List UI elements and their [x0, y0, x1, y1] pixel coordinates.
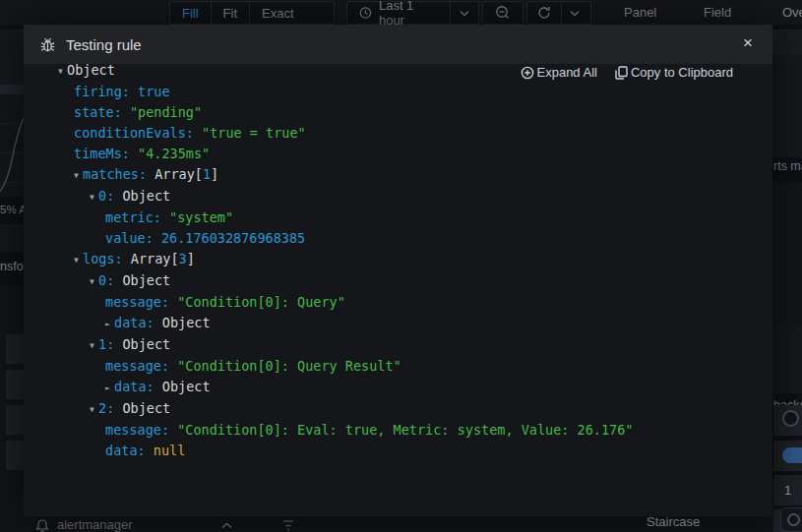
json-tree: ▼Objectfiring: truestate: "pending"condi… — [24, 60, 772, 461]
json-value: Object — [122, 336, 170, 352]
exact-mode-button[interactable]: Exact — [250, 2, 306, 24]
json-tree-row[interactable]: ►data: Object — [24, 377, 772, 398]
right-panel-fragment — [772, 325, 802, 393]
background-search-control[interactable] — [780, 507, 802, 532]
json-key: data: — [105, 443, 154, 458]
json-value: "Condition[0]: Eval: true, Metric: syste… — [177, 422, 633, 438]
json-value: "true = true" — [202, 125, 306, 141]
json-tree-row: state: "pending" — [24, 102, 772, 123]
refresh-group — [526, 1, 591, 25]
json-tree-row[interactable]: ▼0: Object — [24, 186, 772, 207]
panel-size-mode-group: Fill Fit Exact — [169, 1, 335, 25]
right-text-fragment: rts ma — [773, 159, 802, 173]
json-array-count: 3 — [179, 251, 187, 266]
modal-title: Testing rule — [66, 36, 142, 53]
json-tree-row[interactable]: ▼matches: Array[1] — [24, 164, 772, 186]
screen: Fill Fit Exact Last 1 hour — [0, 0, 802, 532]
json-value: Array[ — [131, 251, 179, 266]
toggle-off-switch[interactable] — [782, 410, 799, 427]
zoom-out-icon — [495, 5, 511, 21]
clock-icon — [359, 6, 372, 20]
json-tree-row: message: "Condition[0]: Query" — [24, 292, 772, 313]
json-key: message: — [105, 422, 177, 438]
toggle-container — [773, 405, 802, 436]
json-value: null — [154, 443, 186, 458]
right-panel-fragment — [772, 54, 802, 157]
json-key: data: — [114, 315, 162, 330]
time-range-group: Last 1 hour — [346, 1, 479, 25]
json-tree-row: timeMs: "4.235ms" — [24, 144, 772, 164]
collapse-arrow-icon[interactable]: ▼ — [74, 250, 83, 270]
collapse-arrow-icon[interactable]: ▼ — [90, 187, 98, 207]
json-value: "4.235ms" — [138, 146, 210, 161]
json-tree-row[interactable]: ▼0: Object — [24, 270, 772, 292]
json-value: "Condition[0]: Query Result" — [177, 358, 401, 374]
toggle-container — [773, 441, 802, 471]
json-key: conditionEvals: — [74, 125, 202, 141]
refresh-icon — [537, 6, 551, 20]
fit-mode-button[interactable]: Fit — [212, 2, 250, 24]
left-panel-strip — [0, 85, 24, 94]
filter-icon[interactable] — [282, 520, 294, 531]
json-tree-row[interactable]: ▼Object — [24, 60, 772, 82]
json-key: firing: — [74, 84, 138, 99]
expand-arrow-icon[interactable]: ► — [105, 314, 114, 334]
collapse-arrow-icon[interactable]: ▼ — [58, 61, 67, 82]
json-key: 1: — [98, 336, 122, 352]
json-tree-row[interactable]: ▼2: Object — [24, 398, 772, 420]
json-value: "pending" — [130, 104, 202, 120]
right-panel-header-fragment — [772, 30, 802, 54]
json-key: 0: — [98, 188, 122, 204]
json-key: metric: — [105, 209, 169, 225]
collapse-arrow-icon[interactable]: ▼ — [90, 335, 98, 356]
close-icon[interactable]: × — [743, 33, 753, 53]
json-tree-row: value: 26.176032876968385 — [24, 228, 772, 249]
json-tree-row[interactable]: ▼logs: Array[3] — [24, 249, 772, 270]
collapse-arrow-icon[interactable]: ▼ — [74, 165, 83, 186]
right-panel-fragment — [772, 182, 802, 325]
magnifier-icon — [787, 513, 800, 526]
tab-panel[interactable]: Panel — [624, 0, 656, 25]
json-value: Object — [122, 188, 170, 204]
refresh-interval-dropdown-button[interactable] — [562, 2, 587, 24]
time-range-dropdown-button[interactable] — [451, 2, 478, 24]
chevron-down-icon — [570, 10, 580, 17]
graph-line — [0, 94, 24, 197]
json-value: Object — [162, 379, 211, 394]
refresh-button[interactable] — [527, 2, 562, 24]
chevron-up-icon[interactable] — [221, 522, 232, 529]
json-tree-row[interactable]: ►data: Object — [24, 313, 772, 334]
time-range-label: Last 1 hour — [379, 0, 438, 28]
json-value: ] — [187, 251, 195, 266]
alertmanager-label[interactable]: alertmanager — [57, 517, 133, 532]
collapse-arrow-icon[interactable]: ▼ — [90, 399, 98, 420]
json-tree-row: message: "Condition[0]: Eval: true, Metr… — [24, 420, 772, 441]
json-key: timeMs: — [74, 146, 138, 161]
time-range-picker[interactable]: Last 1 hour — [347, 2, 451, 24]
json-value: Object — [162, 315, 211, 330]
json-key: message: — [105, 294, 177, 310]
json-tree-row: data: null — [24, 441, 772, 461]
json-value: true — [138, 84, 170, 99]
collapse-arrow-icon[interactable]: ▼ — [90, 271, 98, 292]
left-panel-fragment — [0, 224, 24, 252]
json-value: "system" — [169, 209, 233, 225]
tab-overrides[interactable]: Ove — [782, 0, 802, 25]
json-key: message: — [105, 358, 177, 374]
testing-rule-modal: Testing rule × Expand All Copy to Clipbo… — [24, 25, 772, 516]
alertmanager-icon — [35, 519, 49, 532]
json-key: value: — [105, 230, 161, 246]
transform-tab-fragment[interactable]: nsfo — [0, 260, 24, 273]
modal-header[interactable]: Testing rule × — [24, 25, 772, 64]
toggle-on-switch[interactable] — [782, 447, 802, 463]
number-input[interactable]: 1 — [773, 475, 802, 505]
tab-field[interactable]: Field — [704, 0, 731, 25]
json-value: 26.176032876968385 — [161, 230, 305, 246]
json-tree-row: message: "Condition[0]: Query Result" — [24, 356, 772, 377]
json-value: ] — [211, 166, 218, 182]
zoom-out-button[interactable] — [495, 2, 511, 24]
json-tree-row[interactable]: ▼1: Object — [24, 334, 772, 356]
json-value: "Condition[0]: Query" — [177, 294, 345, 310]
fill-mode-button[interactable]: Fill — [170, 2, 212, 24]
expand-arrow-icon[interactable]: ► — [105, 378, 114, 398]
